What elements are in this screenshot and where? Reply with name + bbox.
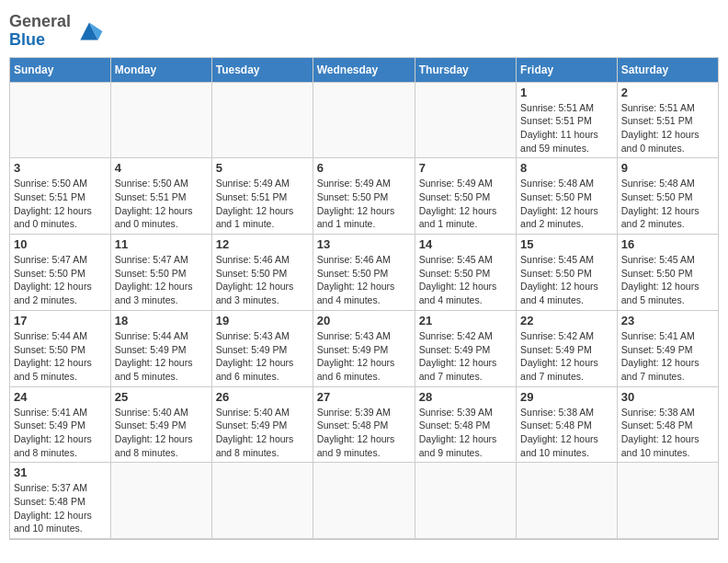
day-info: Sunrise: 5:46 AM Sunset: 5:50 PM Dayligh… xyxy=(216,253,309,307)
calendar-cell: 24Sunrise: 5:41 AM Sunset: 5:49 PM Dayli… xyxy=(10,386,111,463)
day-info: Sunrise: 5:48 AM Sunset: 5:50 PM Dayligh… xyxy=(520,177,613,231)
calendar-cell: 17Sunrise: 5:44 AM Sunset: 5:50 PM Dayli… xyxy=(10,310,111,386)
day-info: Sunrise: 5:42 AM Sunset: 5:49 PM Dayligh… xyxy=(520,329,613,384)
calendar-week-row: 1Sunrise: 5:51 AM Sunset: 5:51 PM Daylig… xyxy=(10,82,719,158)
calendar-cell: 12Sunrise: 5:46 AM Sunset: 5:50 PM Dayli… xyxy=(211,235,313,311)
day-number: 4 xyxy=(115,161,208,175)
day-info: Sunrise: 5:44 AM Sunset: 5:50 PM Dayligh… xyxy=(14,329,107,384)
day-number: 24 xyxy=(14,390,107,404)
day-number: 29 xyxy=(520,390,613,404)
calendar-cell: 5Sunrise: 5:49 AM Sunset: 5:51 PM Daylig… xyxy=(211,158,313,235)
calendar-cell: 21Sunrise: 5:42 AM Sunset: 5:49 PM Dayli… xyxy=(415,310,516,386)
day-number: 21 xyxy=(419,314,512,327)
calendar-cell: 19Sunrise: 5:43 AM Sunset: 5:49 PM Dayli… xyxy=(211,310,313,386)
calendar-cell xyxy=(10,82,111,158)
calendar-cell: 4Sunrise: 5:50 AM Sunset: 5:51 PM Daylig… xyxy=(110,158,211,235)
day-info: Sunrise: 5:41 AM Sunset: 5:49 PM Dayligh… xyxy=(621,329,714,384)
calendar-cell: 22Sunrise: 5:42 AM Sunset: 5:49 PM Dayli… xyxy=(517,310,618,386)
weekday-header-sunday: Sunday xyxy=(10,57,111,82)
day-info: Sunrise: 5:49 AM Sunset: 5:50 PM Dayligh… xyxy=(419,177,512,231)
calendar-table: SundayMondayTuesdayWednesdayThursdayFrid… xyxy=(9,57,719,541)
header: General Blue xyxy=(9,9,719,50)
weekday-header-saturday: Saturday xyxy=(617,57,718,82)
calendar-cell xyxy=(313,82,415,158)
calendar-cell xyxy=(415,463,516,539)
day-info: Sunrise: 5:43 AM Sunset: 5:49 PM Dayligh… xyxy=(216,329,309,384)
calendar-cell: 2Sunrise: 5:51 AM Sunset: 5:51 PM Daylig… xyxy=(617,82,718,158)
calendar-cell: 30Sunrise: 5:38 AM Sunset: 5:48 PM Dayli… xyxy=(617,386,718,463)
calendar-cell xyxy=(517,463,618,539)
day-number: 26 xyxy=(216,390,309,404)
day-number: 27 xyxy=(317,390,411,404)
calendar-cell: 3Sunrise: 5:50 AM Sunset: 5:51 PM Daylig… xyxy=(10,158,111,235)
calendar-cell xyxy=(211,82,313,158)
day-number: 11 xyxy=(115,237,208,251)
day-info: Sunrise: 5:49 AM Sunset: 5:51 PM Dayligh… xyxy=(216,177,309,231)
day-info: Sunrise: 5:38 AM Sunset: 5:48 PM Dayligh… xyxy=(520,406,613,460)
day-number: 1 xyxy=(520,86,613,99)
calendar-cell xyxy=(211,463,313,539)
day-info: Sunrise: 5:49 AM Sunset: 5:50 PM Dayligh… xyxy=(317,177,411,231)
calendar-cell: 23Sunrise: 5:41 AM Sunset: 5:49 PM Dayli… xyxy=(617,310,718,386)
day-number: 19 xyxy=(216,314,309,327)
day-info: Sunrise: 5:47 AM Sunset: 5:50 PM Dayligh… xyxy=(115,253,208,307)
calendar-cell: 14Sunrise: 5:45 AM Sunset: 5:50 PM Dayli… xyxy=(415,235,516,311)
day-number: 28 xyxy=(419,390,512,404)
day-info: Sunrise: 5:40 AM Sunset: 5:49 PM Dayligh… xyxy=(216,406,309,460)
calendar-cell: 6Sunrise: 5:49 AM Sunset: 5:50 PM Daylig… xyxy=(313,158,415,235)
calendar-cell: 29Sunrise: 5:38 AM Sunset: 5:48 PM Dayli… xyxy=(517,386,618,463)
calendar-week-row: 31Sunrise: 5:37 AM Sunset: 5:48 PM Dayli… xyxy=(10,463,719,539)
day-number: 12 xyxy=(216,237,309,251)
calendar-cell: 16Sunrise: 5:45 AM Sunset: 5:50 PM Dayli… xyxy=(617,235,718,311)
calendar-cell: 10Sunrise: 5:47 AM Sunset: 5:50 PM Dayli… xyxy=(10,235,111,311)
day-info: Sunrise: 5:48 AM Sunset: 5:50 PM Dayligh… xyxy=(621,177,714,231)
day-number: 9 xyxy=(621,161,714,175)
calendar-cell: 9Sunrise: 5:48 AM Sunset: 5:50 PM Daylig… xyxy=(617,158,718,235)
day-number: 5 xyxy=(216,161,309,175)
day-info: Sunrise: 5:39 AM Sunset: 5:48 PM Dayligh… xyxy=(419,406,512,460)
day-number: 15 xyxy=(520,237,613,251)
day-info: Sunrise: 5:44 AM Sunset: 5:49 PM Dayligh… xyxy=(115,329,208,384)
calendar-cell: 27Sunrise: 5:39 AM Sunset: 5:48 PM Dayli… xyxy=(313,386,415,463)
calendar-cell xyxy=(110,82,211,158)
day-info: Sunrise: 5:37 AM Sunset: 5:48 PM Dayligh… xyxy=(14,481,107,535)
calendar-week-row: 24Sunrise: 5:41 AM Sunset: 5:49 PM Dayli… xyxy=(10,386,719,463)
day-info: Sunrise: 5:43 AM Sunset: 5:49 PM Dayligh… xyxy=(317,329,411,384)
weekday-header-thursday: Thursday xyxy=(415,57,516,82)
day-number: 10 xyxy=(14,237,107,251)
calendar-cell: 11Sunrise: 5:47 AM Sunset: 5:50 PM Dayli… xyxy=(110,235,211,311)
day-info: Sunrise: 5:38 AM Sunset: 5:48 PM Dayligh… xyxy=(621,406,714,460)
logo-blue: Blue xyxy=(9,31,71,50)
day-info: Sunrise: 5:45 AM Sunset: 5:50 PM Dayligh… xyxy=(621,253,714,307)
calendar-cell: 15Sunrise: 5:45 AM Sunset: 5:50 PM Dayli… xyxy=(517,235,618,311)
weekday-header-tuesday: Tuesday xyxy=(211,57,313,82)
day-number: 25 xyxy=(115,390,208,404)
day-info: Sunrise: 5:46 AM Sunset: 5:50 PM Dayligh… xyxy=(317,253,411,307)
weekday-header-wednesday: Wednesday xyxy=(313,57,415,82)
calendar-week-row: 17Sunrise: 5:44 AM Sunset: 5:50 PM Dayli… xyxy=(10,310,719,386)
weekday-header-friday: Friday xyxy=(517,57,618,82)
logo: General Blue xyxy=(9,13,104,50)
day-info: Sunrise: 5:42 AM Sunset: 5:49 PM Dayligh… xyxy=(419,329,512,384)
day-number: 22 xyxy=(520,314,613,327)
day-info: Sunrise: 5:47 AM Sunset: 5:50 PM Dayligh… xyxy=(14,253,107,307)
calendar-cell: 26Sunrise: 5:40 AM Sunset: 5:49 PM Dayli… xyxy=(211,386,313,463)
day-info: Sunrise: 5:45 AM Sunset: 5:50 PM Dayligh… xyxy=(520,253,613,307)
calendar-cell: 18Sunrise: 5:44 AM Sunset: 5:49 PM Dayli… xyxy=(110,310,211,386)
day-number: 18 xyxy=(115,314,208,327)
day-number: 20 xyxy=(317,314,411,327)
logo-general: General xyxy=(9,12,71,30)
weekday-header-row: SundayMondayTuesdayWednesdayThursdayFrid… xyxy=(10,57,719,82)
day-info: Sunrise: 5:41 AM Sunset: 5:49 PM Dayligh… xyxy=(14,406,107,460)
day-info: Sunrise: 5:50 AM Sunset: 5:51 PM Dayligh… xyxy=(115,177,208,231)
day-number: 16 xyxy=(621,237,714,251)
calendar-cell xyxy=(415,82,516,158)
calendar-cell: 8Sunrise: 5:48 AM Sunset: 5:50 PM Daylig… xyxy=(517,158,618,235)
day-number: 23 xyxy=(621,314,714,327)
calendar-cell xyxy=(313,463,415,539)
weekday-header-monday: Monday xyxy=(110,57,211,82)
day-number: 8 xyxy=(520,161,613,175)
day-number: 7 xyxy=(419,161,512,175)
day-number: 14 xyxy=(419,237,512,251)
calendar-cell: 7Sunrise: 5:49 AM Sunset: 5:50 PM Daylig… xyxy=(415,158,516,235)
